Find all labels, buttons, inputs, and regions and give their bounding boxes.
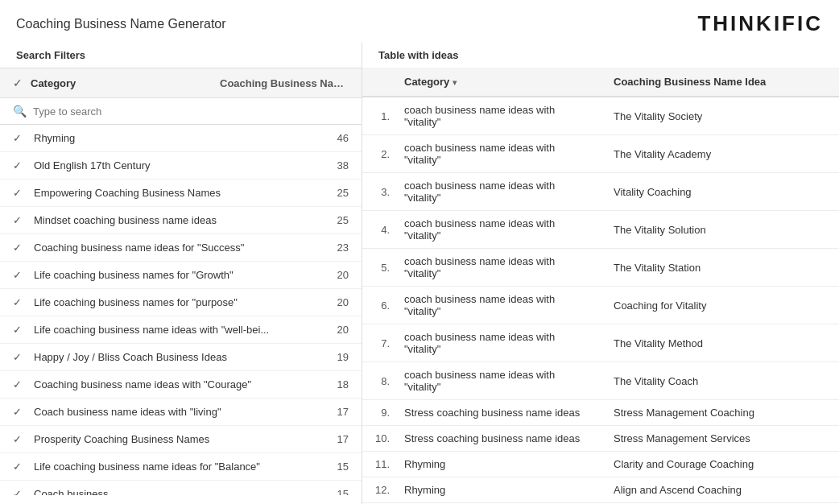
ideas-table: Category ▾ Coaching Business Name Idea 1… bbox=[362, 68, 839, 504]
row-idea: Vitality Coaching bbox=[604, 173, 839, 211]
filter-check-icon: ✓ bbox=[13, 159, 26, 171]
table-row: 7. coach business name ideas with "vital… bbox=[362, 324, 839, 362]
filter-label: Old English 17th Century bbox=[34, 159, 337, 171]
row-idea: The Vitality Method bbox=[604, 324, 839, 362]
filter-check-icon: ✓ bbox=[13, 324, 26, 336]
filter-item[interactable]: ✓ Happy / Joy / Bliss Coach Business Ide… bbox=[0, 344, 362, 371]
table-row: 2. coach business name ideas with "vital… bbox=[362, 135, 839, 173]
filter-check-icon: ✓ bbox=[13, 214, 26, 226]
filter-count: 25 bbox=[337, 214, 349, 226]
filter-item[interactable]: ✓ Old English 17th Century 38 bbox=[0, 152, 362, 180]
table-row: 12. Rhyming Align and Ascend Coaching bbox=[362, 477, 839, 503]
row-num: 5. bbox=[362, 249, 395, 287]
row-category: coach business name ideas with "vitality… bbox=[395, 362, 604, 400]
category-label: Category bbox=[404, 76, 449, 88]
filter-count: 15 bbox=[337, 461, 349, 473]
filter-label: Life coaching business name ideas for "B… bbox=[34, 461, 337, 473]
row-category: coach business name ideas with "vitality… bbox=[395, 135, 604, 173]
row-num: 6. bbox=[362, 287, 395, 324]
filter-check-icon: ✓ bbox=[13, 378, 26, 390]
filter-item[interactable]: ✓ Prosperity Coaching Business Names 17 bbox=[0, 426, 362, 453]
sort-icon: ▾ bbox=[453, 78, 457, 87]
filter-label: Life coaching business names for "purpos… bbox=[34, 296, 337, 308]
row-num: 1. bbox=[362, 97, 395, 135]
row-idea: Coaching for Vitality bbox=[604, 287, 839, 324]
filter-item[interactable]: ✓ Coach business name ideas with "living… bbox=[0, 399, 362, 426]
filter-check-icon: ✓ bbox=[13, 351, 26, 363]
search-box: 🔍 bbox=[0, 98, 362, 125]
filter-item[interactable]: ✓ Life coaching business names for "Grow… bbox=[0, 262, 362, 289]
filter-label: Empowering Coaching Business Names bbox=[34, 187, 337, 199]
search-filters-title: Search Filters bbox=[0, 43, 362, 68]
row-num: 12. bbox=[362, 477, 395, 503]
row-idea: The Vitality Coach bbox=[604, 362, 839, 400]
filter-check-icon: ✓ bbox=[13, 461, 26, 473]
row-idea: The Vitality Station bbox=[604, 249, 839, 287]
row-idea: The Vitality Society bbox=[604, 97, 839, 135]
filter-count: 20 bbox=[337, 269, 349, 281]
row-idea: Stress Management Services bbox=[604, 426, 839, 452]
row-num: 9. bbox=[362, 400, 395, 426]
row-num: 3. bbox=[362, 173, 395, 211]
row-idea: Align and Ascend Coaching bbox=[604, 477, 839, 503]
search-icon: 🔍 bbox=[13, 105, 27, 118]
table-row: 11. Rhyming Clarity and Courage Coaching bbox=[362, 452, 839, 477]
filter-label: Life coaching business name ideas with "… bbox=[34, 324, 337, 336]
row-num: 8. bbox=[362, 362, 395, 400]
table-row: 6. coach business name ideas with "vital… bbox=[362, 287, 839, 324]
filter-label: Coach business name ideas with "living" bbox=[34, 406, 337, 418]
row-idea: Clarity and Courage Coaching bbox=[604, 452, 839, 477]
filter-count: 18 bbox=[337, 378, 349, 390]
filter-list: ✓ Rhyming 46 ✓ Old English 17th Century … bbox=[0, 125, 362, 495]
brand-logo: THINKIFIC bbox=[697, 11, 823, 36]
filter-count: 25 bbox=[337, 187, 349, 199]
filter-label: Coaching business name ideas for "Succes… bbox=[34, 242, 337, 254]
row-idea: Stress Management Coaching bbox=[604, 400, 839, 426]
filter-count: 38 bbox=[337, 159, 349, 171]
filter-check-icon: ✓ bbox=[13, 132, 26, 144]
row-category: Stress coaching business name ideas bbox=[395, 400, 604, 426]
row-idea: The Vitality Academy bbox=[604, 135, 839, 173]
table-row: 4. coach business name ideas with "vital… bbox=[362, 211, 839, 249]
filter-item[interactable]: ✓ Mindset coaching business name ideas 2… bbox=[0, 207, 362, 234]
row-category: coach business name ideas with "vitality… bbox=[395, 249, 604, 287]
row-num: 7. bbox=[362, 324, 395, 362]
right-panel: Table with ideas Category ▾ Coaching Bus… bbox=[362, 43, 839, 504]
table-wrapper[interactable]: Category ▾ Coaching Business Name Idea 1… bbox=[362, 68, 839, 504]
filter-check-icon: ✓ bbox=[13, 406, 26, 418]
row-num: 11. bbox=[362, 452, 395, 477]
header-category-label: Category bbox=[31, 77, 220, 89]
row-category: coach business name ideas with "vitality… bbox=[395, 211, 604, 249]
row-category: coach business name ideas with "vitality… bbox=[395, 97, 604, 135]
table-row: 8. coach business name ideas with "vital… bbox=[362, 362, 839, 400]
table-header-row: Category ▾ Coaching Business Name Idea bbox=[362, 68, 839, 97]
row-category: Stress coaching business name ideas bbox=[395, 426, 604, 452]
filter-count: 15 bbox=[337, 488, 349, 495]
filter-item[interactable]: ✓ Coaching business name ideas for "Succ… bbox=[0, 234, 362, 262]
filter-count: 17 bbox=[337, 433, 349, 445]
filter-item[interactable]: ✓ Empowering Coaching Business Names 25 bbox=[0, 180, 362, 207]
filter-count: 46 bbox=[337, 132, 349, 144]
row-num: 10. bbox=[362, 426, 395, 452]
filter-label: Coaching business name ideas with "Coura… bbox=[34, 378, 337, 390]
filter-check-icon: ✓ bbox=[13, 269, 26, 281]
table-title: Table with ideas bbox=[362, 43, 839, 68]
filter-item[interactable]: ✓ Coach business 15 bbox=[0, 481, 362, 495]
filter-label: Rhyming bbox=[34, 132, 337, 144]
filter-item[interactable]: ✓ Life coaching business name ideas for … bbox=[0, 453, 362, 481]
filter-check-icon: ✓ bbox=[13, 242, 26, 254]
filter-item[interactable]: ✓ Life coaching business name ideas with… bbox=[0, 316, 362, 344]
filter-item[interactable]: ✓ Rhyming 46 bbox=[0, 125, 362, 152]
filter-count: 19 bbox=[337, 351, 349, 363]
filter-item[interactable]: ✓ Coaching business name ideas with "Cou… bbox=[0, 371, 362, 399]
table-row: 5. coach business name ideas with "vital… bbox=[362, 249, 839, 287]
filter-count: 20 bbox=[337, 296, 349, 308]
col-header-category[interactable]: Category ▾ bbox=[395, 68, 604, 97]
filter-item[interactable]: ✓ Life coaching business names for "purp… bbox=[0, 289, 362, 316]
table-row: 3. coach business name ideas with "vital… bbox=[362, 173, 839, 211]
col-header-idea: Coaching Business Name Idea bbox=[604, 68, 839, 97]
header-name-label: Coaching Business Name I... bbox=[220, 77, 349, 89]
search-input[interactable] bbox=[33, 105, 349, 118]
row-num: 4. bbox=[362, 211, 395, 249]
table-row: 9. Stress coaching business name ideas S… bbox=[362, 400, 839, 426]
